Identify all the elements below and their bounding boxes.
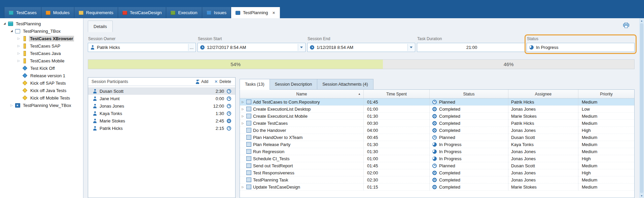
tab-requirements[interactable]: Requirements (74, 7, 118, 18)
row-expander-icon[interactable]: ▷ (241, 122, 245, 125)
tab-issues[interactable]: Issues (202, 7, 231, 18)
tree-item-testcases-sap[interactable]: ▷ TestCases SAP (0, 42, 83, 50)
task-row[interactable]: ▷ Add TestCases to Com.Repository 01:45 … (240, 98, 634, 106)
expander-icon[interactable]: ▷ (17, 37, 21, 40)
vertical-scrollbar[interactable]: ▲ ▼ (639, 18, 644, 198)
participant-row-jane-hunt[interactable]: Jane Hunt 0:00 (88, 95, 235, 102)
close-tab-icon[interactable]: × (273, 10, 275, 15)
column-header-name[interactable]: Name ▲ (240, 90, 364, 98)
session-end-label: Session End (308, 36, 415, 41)
owner-picker-button[interactable]: … (188, 44, 195, 51)
tree-item-kick-off-sap-tests[interactable]: Kick off SAP Tests (0, 79, 83, 87)
task-duration-input[interactable]: 21:00 (417, 43, 525, 52)
column-header-status[interactable]: Status (430, 90, 508, 98)
person-icon (93, 111, 97, 116)
task-row[interactable]: ▷ Create ExecutionList Mobile 01:30 Comp… (240, 113, 634, 120)
tree-item-testcases-xbrowser[interactable]: ▷ TestCases XBrowser (0, 35, 83, 42)
delete-participant-button[interactable]: ✕ Delete (214, 79, 231, 84)
tasks-tab-label: Session Description (275, 82, 312, 87)
tree-item-label: Release version 1 (29, 73, 66, 79)
expander-icon[interactable]: ▷ (17, 45, 21, 48)
tasks-tab-session-attachments-4[interactable]: Session Attachments (4) (317, 79, 373, 90)
column-header-assignee[interactable]: Assignee (508, 90, 578, 98)
status-icon (432, 142, 437, 147)
tree-item-testplanning[interactable]: ◢ TestPlanning (0, 20, 83, 27)
tree-item-testcases-java[interactable]: ▷ TestCases Java (0, 50, 83, 57)
tab-execution[interactable]: Execution (166, 7, 202, 18)
task-priority-cell: Low (578, 106, 634, 113)
column-header-time-spent[interactable]: Time Spent (364, 90, 430, 98)
task-row[interactable]: Test Responsiveness 02:00 Completed Jona… (240, 169, 634, 176)
participant-row-jonas-jones[interactable]: Jonas Jones 12:00 (88, 102, 235, 110)
scroll-down-icon[interactable]: ▼ (639, 193, 644, 198)
expander-icon[interactable]: ◢ (10, 30, 13, 32)
tab-details[interactable]: Details (88, 21, 113, 32)
task-assignee-cell: Jonas Jones (508, 106, 578, 113)
field-session-end: Session End 1/12/2018 8:54 AM (307, 36, 415, 52)
scroll-up-icon[interactable]: ▲ (639, 18, 644, 23)
task-row[interactable]: Run Regression 01:30 In Progress Jonas J… (240, 148, 634, 155)
task-priority: Medium (582, 185, 597, 190)
participant-row-kaya-tonks[interactable]: Kaya Tonks 1:30 (88, 110, 235, 117)
task-status: Completed (439, 128, 460, 133)
expander-icon[interactable]: ▷ (10, 104, 13, 107)
tree-item-label: TestPlanning (15, 21, 42, 27)
task-row[interactable]: Plan Release Party 01:30 In Progress Kay… (240, 141, 634, 148)
session-start-dropdown-button[interactable] (298, 44, 305, 51)
task-row[interactable]: ▷ Update TestCaseDesign 01:15 Completed … (240, 183, 634, 191)
task-row[interactable]: Do the Handover 04:00 Completed Jonas Jo… (240, 127, 634, 134)
participant-row-marie-stokes[interactable]: Marie Stokes 2:45 (88, 117, 235, 124)
task-priority: Medium (582, 163, 597, 168)
task-row[interactable]: Send out TestReport 01:45 Planned Dusan … (240, 162, 634, 169)
task-document-icon (246, 114, 251, 118)
task-name-cell: Send out TestReport (240, 162, 364, 169)
expander-icon[interactable]: ▷ (17, 59, 21, 62)
tab-testcases[interactable]: TestCases (4, 7, 41, 18)
task-status: Completed (439, 170, 460, 175)
tree-item-release-version-1[interactable]: Release version 1 (0, 72, 83, 79)
tree-item-test-kick-off[interactable]: Test Kick Off (0, 64, 83, 72)
tree-item-kick-off-mobile-tests[interactable]: Kick off Mobile Tests (0, 94, 83, 102)
participant-row-dusan-scott[interactable]: Dusan Scott 2:30 (88, 87, 235, 95)
task-time-spent: 02:30 (367, 177, 378, 182)
tree-item-testplanning-view-tbox[interactable]: ▷ TestPlanning View_TBox (0, 102, 83, 109)
task-row[interactable]: ▷ Create ExecutionList Desktop 01:00 Com… (240, 106, 634, 113)
status-input[interactable]: In Progress (527, 43, 635, 52)
tree-item-testcases-mobile[interactable]: ▷ TestCases Mobile (0, 57, 83, 64)
session-owner-input[interactable]: Patrik Hicks … (88, 43, 196, 52)
task-name: Create TestCases (253, 121, 288, 126)
expander-icon[interactable]: ◢ (3, 22, 6, 25)
tasks-tab-tasks-13[interactable]: Tasks (13) (240, 79, 270, 90)
tree-item-kick-off-java-tests[interactable]: Kick off Java Tests (0, 87, 83, 94)
participant-row-patrik-hicks[interactable]: Patrik Hicks 2:15 (88, 124, 235, 132)
status-icon (432, 107, 437, 111)
participant-clock-icon (227, 111, 231, 116)
tree-item-testplanning-tbox[interactable]: ◢ TestPlanning_TBox (0, 27, 83, 35)
task-row[interactable]: Schedule CI_Tests 01:00 In Progress Jona… (240, 155, 634, 162)
row-expander-icon[interactable]: ▷ (241, 186, 245, 189)
row-expander-icon[interactable]: ▷ (241, 115, 245, 118)
add-participant-button[interactable]: Add (195, 79, 208, 84)
bar-yellow-icon (24, 44, 26, 49)
row-expander-icon[interactable]: ▷ (241, 101, 245, 104)
task-document-icon (246, 107, 251, 111)
tab-testcasedesign[interactable]: TestCaseDesign (118, 7, 167, 18)
task-row[interactable]: Plan HandOver to XTeam 00:45 Planned Dus… (240, 134, 634, 141)
session-end-input[interactable]: 1/12/2018 8:54 AM (307, 43, 415, 52)
tab-modules[interactable]: Modules (41, 7, 74, 18)
task-time-cell: 01:45 (364, 162, 430, 169)
tasks-tab-session-description[interactable]: Session Description (270, 79, 317, 90)
session-start-input[interactable]: 12/27/2017 8:54 AM (198, 43, 306, 52)
task-row[interactable]: ▷ Create TestCases 00:30 Completed Patri… (240, 120, 634, 127)
row-expander-icon[interactable]: ▷ (241, 108, 245, 111)
task-row[interactable]: TestPlanning Task 02:30 Completed Jonas … (240, 176, 634, 183)
scrollbar-thumb[interactable] (640, 23, 643, 193)
tab-testplanning[interactable]: TestPlanning × (231, 7, 280, 18)
session-end-dropdown-button[interactable] (407, 44, 414, 51)
column-header-priority[interactable]: Priority (578, 90, 634, 98)
task-priority-cell: Medium (578, 183, 634, 191)
add-label: Add (201, 79, 208, 84)
expander-icon[interactable]: ▷ (17, 52, 21, 55)
task-status: In Progress (439, 142, 461, 147)
print-icon[interactable] (623, 23, 629, 28)
